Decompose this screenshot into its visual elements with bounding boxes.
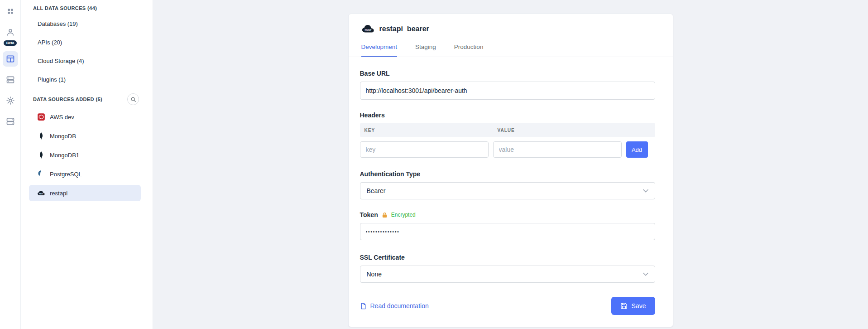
restapi-icon: REST bbox=[361, 24, 375, 34]
svg-text:REST: REST bbox=[364, 29, 372, 31]
icon-rail: Beta bbox=[0, 0, 21, 329]
apps-grid-icon[interactable] bbox=[3, 4, 18, 19]
read-documentation-link[interactable]: Read documentation bbox=[360, 302, 429, 310]
sidebar-item-restapi[interactable]: REST restapi bbox=[29, 185, 141, 201]
ds-label: AWS dev bbox=[50, 114, 74, 121]
auth-type-field: Authentication Type Bearer bbox=[360, 170, 655, 199]
tab-staging[interactable]: Staging bbox=[415, 44, 436, 57]
save-button[interactable]: Save bbox=[611, 297, 655, 315]
save-disk-icon bbox=[620, 302, 628, 310]
base-url-field: Base URL bbox=[360, 70, 655, 100]
tab-production[interactable]: Production bbox=[454, 44, 484, 57]
header-value-input[interactable] bbox=[493, 141, 622, 158]
document-icon bbox=[360, 303, 367, 310]
auth-type-label: Authentication Type bbox=[360, 170, 655, 178]
auth-type-select[interactable]: Bearer bbox=[360, 182, 655, 199]
app-root: Beta ALL DATA SOURCES (44) Databases (19… bbox=[0, 0, 868, 329]
environment-tabs: Development Staging Production bbox=[361, 44, 660, 57]
all-data-sources-header: ALL DATA SOURCES (44) bbox=[33, 5, 97, 11]
headers-input-row: Add bbox=[360, 141, 655, 158]
svg-text:REST: REST bbox=[39, 193, 44, 195]
users-beta-group: Beta bbox=[3, 24, 18, 46]
sidebar-item-plugins[interactable]: Plugins (1) bbox=[21, 70, 153, 89]
page-title: restapi_bearer bbox=[379, 25, 429, 33]
ds-label: MongoDB bbox=[50, 133, 76, 140]
ds-label: MongoDB1 bbox=[50, 152, 79, 159]
token-input[interactable] bbox=[360, 223, 655, 240]
sidebar-item-apis[interactable]: APIs (20) bbox=[21, 33, 153, 52]
lock-icon bbox=[382, 212, 388, 218]
sidebar-item-mongodb[interactable]: MongoDB bbox=[29, 128, 141, 144]
ds-label: restapi bbox=[50, 190, 67, 197]
sidebar-item-aws-dev[interactable]: AWS dev bbox=[29, 109, 141, 125]
base-url-label: Base URL bbox=[360, 70, 655, 77]
headers-table-header: KEY VALUE bbox=[360, 123, 655, 137]
search-button[interactable] bbox=[127, 93, 139, 105]
sidebar-item-postgresql[interactable]: PostgreSQL bbox=[29, 166, 141, 182]
key-column-header: KEY bbox=[364, 128, 498, 133]
main-area: REST restapi_bearer Development Staging … bbox=[153, 0, 868, 329]
data-sources-sidebar: ALL DATA SOURCES (44) Databases (19) API… bbox=[21, 0, 153, 329]
doc-link-label: Read documentation bbox=[370, 302, 429, 310]
datasource-config-card: REST restapi_bearer Development Staging … bbox=[348, 14, 673, 327]
mongodb-icon bbox=[37, 151, 45, 159]
beta-badge: Beta bbox=[4, 40, 17, 46]
token-label: Token bbox=[360, 211, 378, 218]
card-header: REST restapi_bearer Development Staging … bbox=[349, 14, 673, 57]
ds-label: PostgreSQL bbox=[50, 171, 82, 178]
tab-development[interactable]: Development bbox=[361, 44, 398, 57]
restapi-icon: REST bbox=[37, 189, 45, 197]
data-sources-added-header: DATA SOURCES ADDED (5) bbox=[33, 97, 102, 102]
auth-type-value: Bearer bbox=[367, 187, 386, 194]
postgresql-icon bbox=[37, 170, 45, 178]
ssl-value: None bbox=[367, 271, 382, 278]
add-header-button[interactable]: Add bbox=[626, 141, 648, 158]
aws-icon bbox=[37, 113, 45, 121]
save-label: Save bbox=[632, 302, 646, 310]
headers-field: Headers KEY VALUE Add bbox=[360, 111, 655, 158]
encrypted-badge: Encrypted bbox=[391, 212, 416, 218]
search-icon bbox=[130, 97, 136, 102]
audit-server-icon[interactable] bbox=[3, 114, 18, 129]
headers-label: Headers bbox=[360, 111, 655, 119]
card-footer: Read documentation Save bbox=[360, 297, 655, 315]
sidebar-item-mongodb1[interactable]: MongoDB1 bbox=[29, 147, 141, 163]
header-key-input[interactable] bbox=[360, 141, 489, 158]
ssl-label: SSL Certificate bbox=[360, 254, 655, 261]
settings-gear-icon[interactable] bbox=[3, 93, 18, 108]
sidebar-item-cloud-storage[interactable]: Cloud Storage (4) bbox=[21, 52, 153, 70]
sidebar-item-databases[interactable]: Databases (19) bbox=[21, 15, 153, 33]
users-icon[interactable] bbox=[3, 24, 18, 40]
mongodb-icon bbox=[37, 132, 45, 140]
card-body: Base URL Headers KEY VALUE Add bbox=[349, 57, 673, 327]
chevron-down-icon bbox=[643, 189, 648, 193]
ssl-field: SSL Certificate None bbox=[360, 254, 655, 283]
chevron-down-icon bbox=[643, 272, 648, 276]
value-column-header: VALUE bbox=[498, 128, 655, 133]
workflows-stack-icon[interactable] bbox=[3, 72, 18, 87]
token-field: Token Encrypted bbox=[360, 211, 655, 240]
ssl-select[interactable]: None bbox=[360, 266, 655, 283]
base-url-input[interactable] bbox=[360, 82, 655, 100]
data-sources-table-icon[interactable] bbox=[3, 51, 18, 67]
